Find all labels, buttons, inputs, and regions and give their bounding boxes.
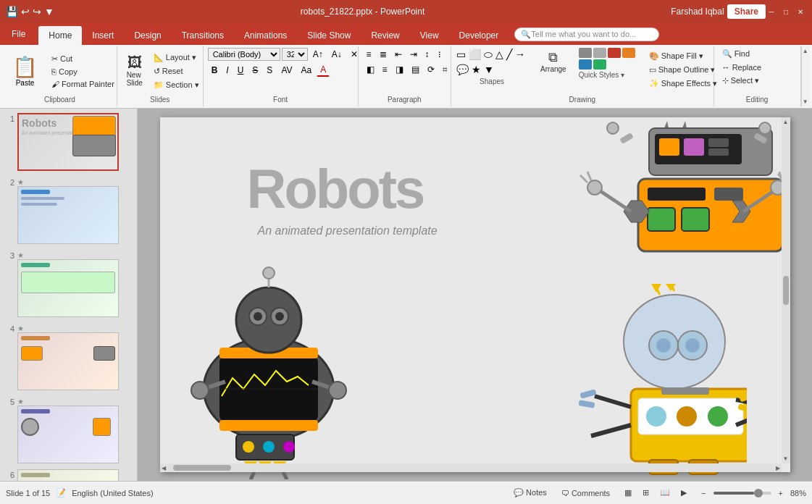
zoom-in-button[interactable]: + <box>774 487 787 499</box>
tab-transitions[interactable]: Transitions <box>172 26 234 45</box>
underline-button[interactable]: U <box>234 64 248 77</box>
cut-button[interactable]: ✂ Cut <box>48 53 118 65</box>
tab-design[interactable]: Design <box>124 26 171 45</box>
columns-button[interactable]: ⫶ <box>434 48 445 61</box>
tell-me-bar[interactable]: 🔍 Tell me what you want to do... <box>514 28 659 41</box>
style-6[interactable] <box>593 59 606 70</box>
font-name-select[interactable]: Calibri (Body) <box>208 48 280 61</box>
vscroll-thumb[interactable] <box>783 276 789 305</box>
replace-button[interactable]: ↔ Replace <box>719 62 765 73</box>
increase-font-button[interactable]: A↑ <box>309 48 327 61</box>
decrease-font-button[interactable]: A↓ <box>328 48 346 61</box>
num-bullets-button[interactable]: ≣ <box>376 48 390 61</box>
paste-button[interactable]: 📋 Paste <box>7 51 43 91</box>
slide-canvas[interactable]: Robots An animated presentation template <box>160 117 790 472</box>
style-3[interactable] <box>608 48 621 58</box>
tab-home[interactable]: Home <box>38 26 82 45</box>
style-2[interactable] <box>593 48 606 58</box>
layout-button[interactable]: 📐 Layout ▾ <box>150 51 203 64</box>
section-button[interactable]: 📁 Section ▾ <box>150 79 203 91</box>
vscroll-up[interactable]: ▲ <box>783 117 789 125</box>
triangle-shape[interactable]: △ <box>495 48 504 62</box>
undo-icon[interactable]: ↩ <box>21 6 30 17</box>
bullets-button[interactable]: ≡ <box>363 48 375 61</box>
line-shape[interactable]: ╱ <box>506 48 513 62</box>
tab-file[interactable]: File <box>0 23 37 45</box>
find-button[interactable]: 🔍 Find <box>719 48 753 60</box>
hscroll-right[interactable]: ▶ <box>776 465 782 471</box>
slide-thumbnail-2[interactable]: 2 ★ <box>3 175 134 245</box>
arrange-button[interactable]: ⧉ Arrange <box>537 48 570 75</box>
style-4[interactable] <box>622 48 635 58</box>
reset-button[interactable]: ↺ Reset <box>150 65 203 77</box>
customize-icon[interactable]: ▼ <box>44 6 54 17</box>
ribbon-scroll-up[interactable]: ▲ <box>803 48 808 54</box>
shadow-button[interactable]: S <box>263 64 276 77</box>
increase-indent-button[interactable]: ⇥ <box>406 48 421 61</box>
minimize-button[interactable]: ─ <box>766 6 777 17</box>
style-1[interactable] <box>579 48 592 58</box>
reading-view-button[interactable]: 📖 <box>656 487 674 499</box>
share-button[interactable]: Share <box>727 4 766 19</box>
font-color-button[interactable]: A <box>317 63 330 77</box>
rectangle-shape[interactable]: ▭ <box>456 48 466 62</box>
close-button[interactable]: ✕ <box>795 6 806 17</box>
shape-effects-button[interactable]: ✨ Shape Effects ▾ <box>645 77 721 90</box>
shape-fill-button[interactable]: 🎨 Shape Fill ▾ <box>645 50 721 62</box>
callout-shape[interactable]: 💬 <box>456 63 469 76</box>
vscroll-down[interactable]: ▼ <box>783 455 789 463</box>
comments-button[interactable]: 🗨 Comments <box>557 487 614 499</box>
more-shapes[interactable]: ▼ <box>483 63 495 76</box>
slide-sorter-button[interactable]: ⊞ <box>638 487 653 499</box>
decrease-indent-button[interactable]: ⇤ <box>391 48 406 61</box>
align-left-button[interactable]: ◧ <box>363 63 378 76</box>
slide-thumbnail-3[interactable]: 3 ★ <box>3 248 134 319</box>
tab-slideshow[interactable]: Slide Show <box>297 26 361 45</box>
slide-thumbnail-5[interactable]: 5 ★ <box>3 395 134 465</box>
zoom-out-button[interactable]: − <box>697 487 710 499</box>
zoom-slider-thumb[interactable] <box>754 489 763 497</box>
tab-developer[interactable]: Developer <box>449 26 509 45</box>
ribbon-scroll-down[interactable]: ▼ <box>803 98 808 105</box>
tab-view[interactable]: View <box>410 26 449 45</box>
tab-insert[interactable]: Insert <box>82 26 124 45</box>
star-shape[interactable]: ★ <box>471 63 482 76</box>
arrow-shape[interactable]: → <box>514 48 526 62</box>
hscroll-left[interactable]: ◀ <box>160 465 166 471</box>
strikethrough-button[interactable]: S <box>248 64 261 77</box>
slideshow-view-button[interactable]: ▶ <box>677 487 691 499</box>
text-direction-button[interactable]: ⟳ <box>424 63 438 76</box>
notes-button[interactable]: 💬 Notes <box>509 487 551 499</box>
tab-review[interactable]: Review <box>361 26 409 45</box>
redo-icon[interactable]: ↪ <box>33 6 41 17</box>
justify-button[interactable]: ▤ <box>408 63 423 76</box>
ellipse-shape[interactable]: ⬭ <box>483 48 493 62</box>
change-case-button[interactable]: Aa <box>298 64 316 77</box>
canvas-hscroll[interactable]: ◀ ▶ <box>160 463 782 472</box>
tab-animations[interactable]: Animations <box>234 26 297 45</box>
char-spacing-button[interactable]: AV <box>277 64 296 77</box>
shape-outline-button[interactable]: ▭ Shape Outline ▾ <box>645 64 721 76</box>
style-5[interactable] <box>579 59 592 70</box>
copy-button[interactable]: ⎘ Copy <box>48 66 118 77</box>
select-button[interactable]: ⊹ Select ▾ <box>719 75 763 87</box>
slide-thumbnail-4[interactable]: 4 ★ <box>3 322 134 392</box>
smart-art-button[interactable]: ⌗ <box>439 63 451 76</box>
line-spacing-button[interactable]: ↕ <box>422 48 433 61</box>
slide-panel[interactable]: 1 Robots An animated presentation templa… <box>0 109 138 481</box>
format-painter-button[interactable]: 🖌 Format Painter <box>48 78 118 90</box>
slide-thumbnail-6[interactable]: 6 <box>3 468 134 481</box>
hscroll-thumb[interactable] <box>173 465 231 471</box>
restore-button[interactable]: □ <box>780 6 792 17</box>
align-center-button[interactable]: ≡ <box>379 63 391 76</box>
canvas-vscroll[interactable]: ▲ ▼ <box>782 117 790 463</box>
rounded-rect-shape[interactable]: ⬜ <box>468 48 482 62</box>
font-size-select[interactable]: 32 <box>282 48 308 61</box>
save-icon[interactable]: 💾 <box>6 6 18 17</box>
normal-view-button[interactable]: ▦ <box>620 487 636 499</box>
slide-thumbnail-1[interactable]: 1 Robots An animated presentation templa… <box>3 112 134 172</box>
bold-button[interactable]: B <box>208 64 222 77</box>
italic-button[interactable]: I <box>222 64 232 77</box>
align-right-button[interactable]: ◨ <box>392 63 407 76</box>
new-slide-button[interactable]: 🖼 NewSlide <box>122 53 148 89</box>
